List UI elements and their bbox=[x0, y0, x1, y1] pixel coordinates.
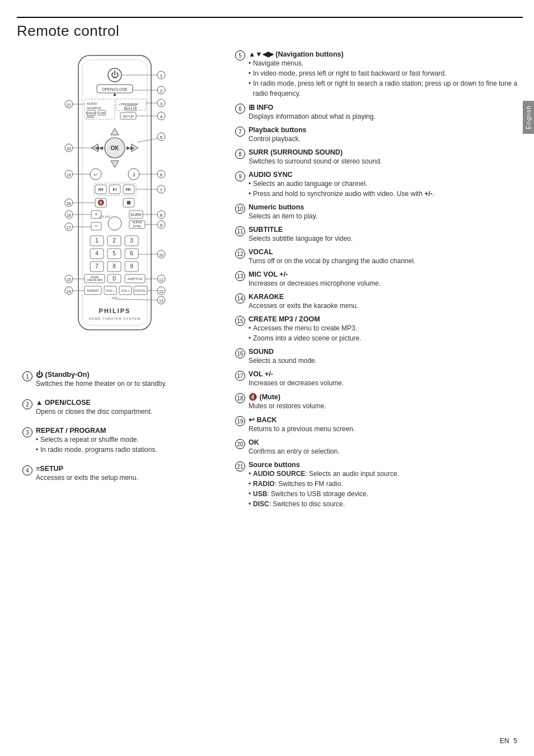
item-num-12: 12 bbox=[235, 249, 245, 259]
svg-text:↩: ↩ bbox=[93, 172, 98, 178]
item-title-15: CREATE MP3 / ZOOM bbox=[249, 315, 361, 323]
item-num-21: 21 bbox=[235, 461, 245, 472]
side-label: English bbox=[523, 101, 534, 134]
svg-text:🔇: 🔇 bbox=[97, 199, 105, 206]
svg-text:VOL−: VOL− bbox=[106, 289, 115, 292]
item-title-2: ▲ OPEN/CLOSE bbox=[36, 399, 152, 407]
item-desc-19: Returns to a previous menu screen. bbox=[249, 424, 355, 434]
item-body-16: SOUND Selects a sound mode. bbox=[249, 348, 317, 366]
svg-text:• PROGRAM: • PROGRAM bbox=[119, 102, 138, 106]
item-desc-21: AUDIO SOURCE: Selects an audio input sou… bbox=[249, 469, 399, 509]
svg-text:PHILIPS: PHILIPS bbox=[99, 307, 131, 314]
bottom-descriptions: 1 ⏻ (Standby-On) Switches the home theat… bbox=[17, 371, 224, 487]
svg-text:18: 18 bbox=[67, 202, 71, 206]
svg-text:REPEAT: REPEAT bbox=[124, 107, 137, 110]
svg-text:HOME THEATER SYSTEM: HOME THEATER SYSTEM bbox=[89, 317, 140, 320]
item-desc-14: Accesses or exits the karaoke menu. bbox=[249, 301, 358, 311]
desc-item-6: 6 ⊞ INFO Displays information about what… bbox=[235, 103, 523, 122]
desc-item-21: 21 Source buttons AUDIO SOURCE: Selects … bbox=[235, 461, 523, 509]
item-desc-8: Switches to surround sound or stereo sou… bbox=[249, 156, 382, 166]
desc-item-9: 9 AUDIO SYNC Selects an audio language o… bbox=[235, 171, 523, 199]
desc-item-17: 17 VOL +/- Increases or decreases volume… bbox=[235, 370, 523, 388]
svg-text:SURR: SURR bbox=[130, 213, 142, 217]
svg-text:AUDIO: AUDIO bbox=[87, 102, 97, 105]
item-title-17: VOL +/- bbox=[249, 370, 344, 378]
svg-text:KARAO: KARAO bbox=[87, 289, 99, 292]
svg-text:2: 2 bbox=[113, 237, 116, 244]
item-title-8: SURR (Surround Sound) bbox=[249, 148, 382, 156]
item-desc-9: Selects an audio language or channel. Pr… bbox=[249, 179, 434, 199]
item-title-19: ↩ BACK bbox=[249, 416, 355, 424]
svg-text:4: 4 bbox=[160, 114, 163, 119]
svg-text:3: 3 bbox=[160, 101, 163, 106]
item-body-14: KARAOKE Accesses or exits the karaoke me… bbox=[249, 293, 358, 311]
item-num-18: 18 bbox=[235, 393, 245, 403]
svg-text:SETUP: SETUP bbox=[123, 115, 134, 118]
svg-text:17: 17 bbox=[67, 226, 71, 230]
desc-item-5: 5 ▲▼◀▶ (Navigation buttons) Navigate men… bbox=[235, 50, 523, 99]
item-desc-5: Navigate menus. In video mode, press lef… bbox=[249, 58, 523, 99]
item-body-2: ▲ OPEN/CLOSE Opens or closes the disc co… bbox=[36, 399, 152, 417]
svg-text:VOL+: VOL+ bbox=[121, 289, 130, 292]
svg-text:SOURCE: SOURCE bbox=[87, 106, 101, 110]
svg-text:DISC: DISC bbox=[87, 115, 95, 119]
svg-text:10: 10 bbox=[159, 253, 163, 257]
svg-text:⏻: ⏻ bbox=[111, 70, 119, 79]
item-body-3: REPEAT / PROGRAM Selects a repeat or shu… bbox=[36, 427, 157, 455]
item-body-20: OK Confirms an entry or selection. bbox=[249, 438, 340, 456]
item-title-18: 🔇 (Mute) bbox=[249, 393, 326, 401]
item-body-6: ⊞ INFO Displays information about what i… bbox=[249, 103, 376, 122]
svg-text:14: 14 bbox=[67, 290, 71, 293]
desc-item-16: 16 SOUND Selects a sound mode. bbox=[235, 348, 523, 366]
svg-text:0: 0 bbox=[113, 276, 116, 282]
item-desc-13: Increases or decreases microphone volume… bbox=[249, 278, 381, 288]
item-title-11: SUBTITLE bbox=[249, 226, 353, 234]
svg-point-86 bbox=[108, 217, 121, 230]
page-number: 5 bbox=[513, 737, 517, 745]
item-desc-2: Opens or closes the disc compartment. bbox=[36, 407, 152, 417]
item-body-21: Source buttons AUDIO SOURCE: Selects an … bbox=[249, 461, 399, 509]
item-num-11: 11 bbox=[235, 226, 245, 236]
item-num-9: 9 bbox=[235, 171, 245, 181]
svg-text:SYNC: SYNC bbox=[133, 225, 141, 228]
svg-text:8: 8 bbox=[113, 263, 116, 269]
item-desc-16: Selects a sound mode. bbox=[249, 356, 317, 366]
item-num-17: 17 bbox=[235, 371, 245, 381]
item-desc-11: Selects subtitle language for video. bbox=[249, 234, 353, 244]
item-num-13: 13 bbox=[235, 271, 245, 281]
item-num-6: 6 bbox=[235, 104, 245, 114]
desc-item-11: 11 SUBTITLE Selects subtitle language fo… bbox=[235, 226, 523, 244]
item-title-5: ▲▼◀▶ (Navigation buttons) bbox=[249, 50, 523, 58]
item-title-7: Playback buttons bbox=[249, 126, 307, 134]
svg-text:21: 21 bbox=[67, 103, 71, 107]
desc-item-20: 20 OK Confirms an entry or selection. bbox=[235, 438, 523, 456]
en-label: EN bbox=[500, 737, 509, 745]
item-num-15: 15 bbox=[235, 316, 245, 326]
remote-wrapper: ⏻ 1 OPEN/CLOSE ▲ 2 AUDIO SOU bbox=[25, 50, 216, 365]
item-title-4: ≡SETUP bbox=[36, 465, 138, 473]
svg-text:⏮: ⏮ bbox=[98, 186, 104, 192]
item-num-10: 10 bbox=[235, 204, 245, 214]
page-container: English Remote control ⏻ 1 bbox=[0, 0, 534, 756]
svg-text:USB: USB bbox=[99, 111, 105, 115]
item-title-16: SOUND bbox=[249, 348, 317, 356]
item-body-10: Numeric buttons Selects an item to play. bbox=[249, 203, 317, 221]
svg-text:16: 16 bbox=[67, 213, 71, 217]
item-desc-18: Mutes or restores volume. bbox=[249, 401, 326, 411]
svg-text:RADIO: RADIO bbox=[86, 111, 96, 115]
left-column: ⏻ 1 OPEN/CLOSE ▲ 2 AUDIO SOU bbox=[17, 50, 224, 514]
item-num-8: 8 bbox=[235, 149, 245, 159]
item-body-9: AUDIO SYNC Selects an audio language or … bbox=[249, 171, 434, 199]
svg-text:11: 11 bbox=[159, 278, 163, 282]
item-body-1: ⏻ (Standby-On) Switches the home theater… bbox=[36, 371, 167, 389]
remote-svg: ⏻ 1 OPEN/CLOSE ▲ 2 AUDIO SOU bbox=[25, 50, 204, 363]
svg-text:▶▶: ▶▶ bbox=[127, 145, 134, 151]
svg-text:15: 15 bbox=[67, 278, 71, 282]
item-body-15: CREATE MP3 / ZOOM Accesses the menu to c… bbox=[249, 315, 361, 343]
item-title-10: Numeric buttons bbox=[249, 203, 317, 211]
right-column: 5 ▲▼◀▶ (Navigation buttons) Navigate men… bbox=[224, 50, 523, 514]
item-body-5: ▲▼◀▶ (Navigation buttons) Navigate menus… bbox=[249, 50, 523, 99]
item-title-21: Source buttons bbox=[249, 461, 399, 469]
svg-text:12: 12 bbox=[159, 290, 163, 293]
item-title-1: ⏻ (Standby-On) bbox=[36, 371, 167, 379]
